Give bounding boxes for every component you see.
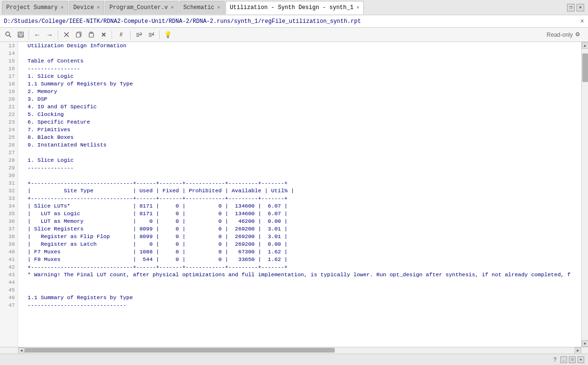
save-icon [18,31,24,38]
line-number: 21 [0,103,18,111]
code-line [21,172,581,179]
svg-rect-4 [19,35,22,37]
tab-close-program-counter[interactable]: × [171,5,174,10]
code-line: ------------------------------ [21,302,581,309]
delete-button[interactable] [98,30,109,40]
tab-close-project-summary[interactable]: × [61,5,64,10]
status-bar: ? _ ❐ ✕ [0,354,588,365]
editor-content[interactable]: Utilization Design Information Table of … [18,42,581,347]
vertical-scrollbar[interactable]: ▲ ▼ [581,42,588,347]
code-line: | LUT as Logic | 8171 | 0 | 0 | 134600 |… [21,210,581,218]
unindent-button[interactable] [146,30,156,40]
line-number: 17 [0,73,18,80]
status-minimize-button[interactable]: _ [560,356,567,363]
code-line: 8. Black Boxes [21,134,581,141]
tab-schematic[interactable]: Schematic × [179,1,225,14]
line-number: 16 [0,65,18,73]
svg-point-0 [6,32,10,36]
line-number: 24 [0,126,18,134]
back-icon: ← [34,31,41,39]
line-number: 43 [0,271,18,279]
line-number: 47 [0,302,18,309]
code-line: | F8 Muxes | 544 | 0 | 0 | 33650 | 1.62 … [21,256,581,263]
line-number: 44 [0,279,18,286]
tab-label: Project Summary [6,4,58,11]
indent-icon [136,31,142,38]
code-line: Table of Contents [21,57,581,65]
paste-button[interactable] [86,30,96,40]
code-line: 5. Clocking [21,111,581,118]
copy-button[interactable] [73,30,84,40]
save-button[interactable] [15,30,26,40]
tab-program-counter[interactable]: Program_Counter.v × [105,1,178,14]
bulb-button[interactable]: 💡 [163,30,173,40]
tab-close-utilization[interactable]: × [356,5,360,10]
settings-button[interactable]: ⚙ [576,30,585,40]
restore-button[interactable]: ❐ [567,4,575,11]
line-number: 14 [0,50,18,57]
svg-rect-8 [76,33,80,37]
code-line: * Warning! The Final LUT count, after ph… [21,271,581,279]
close-button[interactable]: ✕ [577,4,584,11]
back-button[interactable]: ← [32,30,42,40]
line-number: 37 [0,225,18,233]
line-number: 13 [0,42,18,50]
line-number: 27 [0,149,18,156]
line-number: 29 [0,164,18,172]
help-label[interactable]: ? [553,356,557,363]
code-line: 7. Primitives [21,126,581,134]
h-scroll-thumb[interactable] [25,348,335,353]
h-scroll-corner2 [581,347,588,354]
indent-button[interactable] [134,30,144,40]
line-number: 33 [0,195,18,202]
line-number: 28 [0,156,18,164]
code-line: 1.1 Summary of Registers by Type [21,294,581,302]
line-number: 46 [0,294,18,302]
line-number: 36 [0,218,18,225]
cut-button[interactable] [61,30,72,40]
comment-button[interactable]: // [115,30,127,40]
h-scrollbar[interactable]: ◀ ▶ [18,347,581,354]
scroll-track-v[interactable] [582,49,588,340]
code-line: 4. IO and GT Specific [21,103,581,111]
scroll-right-button[interactable]: ▶ [575,347,581,354]
line-number: 19 [0,88,18,95]
scroll-thumb-v[interactable] [582,53,588,82]
status-close-button[interactable]: ✕ [578,356,584,363]
toolbar-sep-4 [130,31,131,39]
tab-label: Program_Counter.v [109,4,167,11]
toolbar-sep-3 [112,31,112,39]
h-scroll-corner [0,347,18,354]
line-number: 15 [0,57,18,65]
search-button[interactable] [3,30,13,40]
tab-close-schematic[interactable]: × [217,5,220,10]
line-number: 39 [0,240,18,248]
toolbar-sep-2 [58,31,58,39]
scroll-down-button[interactable]: ▼ [582,340,588,347]
tab-device[interactable]: Device × [69,1,104,14]
tab-utilization[interactable]: Utilization - Synth Design - synth_1 × [226,1,364,14]
code-line: | F7 Muxes | 1088 | 0 | 0 | 67300 | 1.62… [21,248,581,256]
scroll-left-button[interactable]: ◀ [18,347,25,354]
code-line: -------------- [21,164,581,172]
toolbar-sep-5 [159,31,160,39]
tab-project-summary[interactable]: Project Summary × [2,1,68,14]
scroll-up-button[interactable]: ▲ [582,42,588,49]
line-number: 30 [0,172,18,179]
toolbar-sep-1 [29,31,29,39]
line-number: 26 [0,141,18,149]
line-number: 40 [0,248,18,256]
copy-icon [76,31,82,38]
h-scroll-track[interactable] [25,347,575,354]
code-line: | LUT as Memory | 0 | 0 | 0 | 46200 | 0.… [21,218,581,225]
code-line [21,149,581,156]
code-line: | Register as Flip Flop | 8099 | 0 | 0 |… [21,233,581,240]
filepath-close-button[interactable]: × [580,18,584,25]
toolbar: ← → // [0,28,588,42]
tab-close-device[interactable]: × [97,5,100,10]
code-line [21,50,581,57]
status-restore-button[interactable]: ❐ [569,356,576,363]
forward-icon: → [46,31,53,39]
forward-button[interactable]: → [44,30,55,40]
line-number: 25 [0,134,18,141]
